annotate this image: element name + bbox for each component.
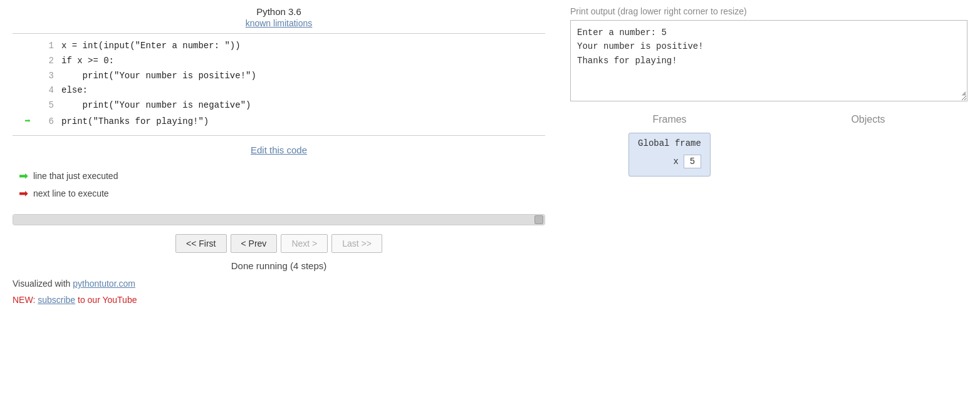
code-line-2: 2 if x >= 0: <box>13 54 545 69</box>
global-frame-title: Global frame <box>638 138 701 148</box>
legend: ➡ line that just executed ➡ next line to… <box>19 169 545 204</box>
objects-col: Objects <box>769 114 967 177</box>
green-arrow-icon: ➡ <box>24 113 31 130</box>
new-text: NEW: subscribe to our YouTube <box>13 295 545 305</box>
next-button[interactable]: Next > <box>281 234 328 253</box>
prev-button[interactable]: < Prev <box>231 234 278 253</box>
progress-handle[interactable] <box>534 215 543 224</box>
output-content: Enter a number: 5 Your number is positiv… <box>577 28 704 66</box>
line-code-4: else: <box>61 83 88 98</box>
output-box: Enter a number: 5 Your number is positiv… <box>570 20 967 101</box>
code-line-6: ➡ 6 print("Thanks for playing!") <box>13 113 545 130</box>
visualized-text: Visualized with pythontutor.com <box>13 279 545 289</box>
edit-this-code-link[interactable]: Edit this code <box>13 145 545 155</box>
line-code-6: print("Thanks for playing!") <box>61 115 209 130</box>
line-number-1: 1 <box>36 39 54 54</box>
known-limitations-link[interactable]: known limitations <box>13 18 545 28</box>
frame-var-name: x <box>674 156 679 167</box>
line-code-5: print("Your number is negative") <box>61 98 251 113</box>
first-button[interactable]: << First <box>175 234 226 253</box>
frames-header: Frames <box>570 114 769 125</box>
legend-green-arrow-icon: ➡ <box>19 169 28 183</box>
progress-bar-fill <box>13 215 545 225</box>
output-label: Print output (drag lower right corner to… <box>570 6 967 16</box>
code-area: 1 x = int(input("Enter a number: ")) 2 i… <box>13 34 545 136</box>
subscribe-suffix: to our YouTube <box>78 295 137 305</box>
legend-green-label: line that just executed <box>33 171 118 181</box>
legend-red-label: next line to execute <box>33 188 109 198</box>
legend-green: ➡ line that just executed <box>19 169 545 183</box>
line-number-4: 4 <box>36 83 54 98</box>
python-version: Python 3.6 <box>13 6 545 17</box>
left-panel: Python 3.6 known limitations 1 x = int(i… <box>0 0 558 410</box>
line-arrow-6: ➡ <box>19 113 36 130</box>
nav-buttons: << First < Prev Next > Last >> <box>13 234 545 253</box>
line-code-2: if x >= 0: <box>61 54 114 69</box>
legend-red-arrow-icon: ➡ <box>19 187 28 200</box>
progress-bar[interactable] <box>13 214 545 225</box>
line-number-2: 2 <box>36 54 54 69</box>
global-frame-box: Global frame x 5 <box>628 133 711 177</box>
legend-red: ➡ next line to execute <box>19 187 545 200</box>
last-button[interactable]: Last >> <box>331 234 382 253</box>
frame-var-row: x 5 <box>638 155 701 168</box>
code-line-1: 1 x = int(input("Enter a number: ")) <box>13 39 545 54</box>
line-number-6: 6 <box>36 115 54 130</box>
new-label: NEW: <box>13 295 35 305</box>
visualized-prefix: Visualized with <box>13 279 70 289</box>
code-line-4: 4 else: <box>13 83 545 98</box>
code-line-5: 5 print("Your number is negative") <box>13 98 545 113</box>
subscribe-link[interactable]: subscribe <box>38 295 75 305</box>
resize-icon: ◢ <box>961 88 966 100</box>
line-number-5: 5 <box>36 98 54 113</box>
right-panel: Print output (drag lower right corner to… <box>558 0 980 410</box>
objects-header: Objects <box>769 114 967 125</box>
line-code-3: print("Your number is positive!") <box>61 69 256 84</box>
line-code-1: x = int(input("Enter a number: ")) <box>61 39 241 54</box>
frames-col: Frames Global frame x 5 <box>570 114 769 177</box>
code-line-3: 3 print("Your number is positive!") <box>13 69 545 84</box>
frame-var-value: 5 <box>684 155 701 168</box>
pythontutor-link[interactable]: pythontutor.com <box>73 279 135 289</box>
line-number-3: 3 <box>36 69 54 84</box>
frames-objects: Frames Global frame x 5 Objects <box>570 114 967 177</box>
done-status: Done running (4 steps) <box>13 260 545 271</box>
